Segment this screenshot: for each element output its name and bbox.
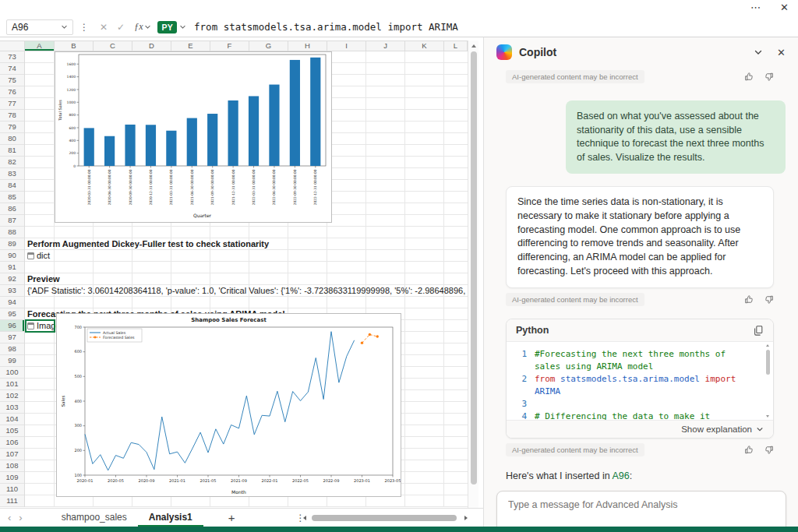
svg-text:200: 200 [74, 448, 82, 453]
row-header-102[interactable]: 102 [0, 390, 24, 402]
column-header-H[interactable]: H [288, 41, 327, 51]
row-header-76[interactable]: 76 [0, 86, 24, 98]
cell-A90[interactable]: dict [27, 250, 50, 262]
row-header-100[interactable]: 100 [0, 367, 24, 379]
row-header-88[interactable]: 88 [0, 227, 24, 238]
row-header-111[interactable]: 111 [0, 495, 24, 507]
thumbs-down-icon[interactable] [764, 72, 774, 82]
row-header-95[interactable]: 95 [0, 308, 24, 320]
code-scroll-thumb[interactable] [766, 350, 770, 375]
add-sheet-button[interactable]: + [228, 511, 235, 524]
row-header-89[interactable]: 89 [0, 238, 24, 250]
chevron-down-icon[interactable] [144, 23, 151, 30]
row-header-78[interactable]: 78 [0, 110, 24, 122]
thumbs-down-icon[interactable] [764, 294, 774, 305]
row-header-80[interactable]: 80 [0, 133, 24, 145]
row-header-81[interactable]: 81 [0, 145, 24, 157]
grid-area[interactable]: 020040060080010001200140016002020-03-31 … [25, 51, 468, 507]
row-header-91[interactable]: 91 [0, 262, 24, 273]
column-header-I[interactable]: I [327, 41, 366, 51]
row-header-94[interactable]: 94 [0, 297, 24, 308]
thumbs-up-icon[interactable] [744, 294, 754, 305]
next-sheet-icon[interactable]: › [19, 512, 22, 523]
row-header-74[interactable]: 74 [0, 63, 24, 75]
column-header-B[interactable]: B [55, 41, 94, 51]
line-chart[interactable]: Shampoo Sales Forecast100200300400500600… [56, 313, 401, 497]
scroll-down-icon[interactable] [766, 415, 769, 417]
row-header-101[interactable]: 101 [0, 379, 24, 390]
cell-A92[interactable]: Preview [27, 273, 60, 285]
row-header-83[interactable]: 83 [0, 168, 24, 180]
row-header-106[interactable]: 106 [0, 437, 24, 449]
row-header-109[interactable]: 109 [0, 472, 24, 484]
row-header-90[interactable]: 90 [0, 250, 24, 262]
collapse-pane-icon[interactable] [754, 48, 763, 57]
column-header-A[interactable]: A [25, 41, 55, 51]
column-header-L[interactable]: L [444, 41, 468, 51]
row-header-105[interactable]: 105 [0, 425, 24, 437]
row-header-85[interactable]: 85 [0, 192, 24, 203]
thumbs-up-icon[interactable] [744, 445, 754, 455]
column-header-J[interactable]: J [366, 41, 405, 51]
row-header-108[interactable]: 108 [0, 460, 24, 472]
cell-A89[interactable]: Perform Augmented Dickey-Fuller test to … [27, 238, 269, 250]
row-header-75[interactable]: 75 [0, 75, 24, 86]
formula-confirm-button[interactable]: ✓ [117, 22, 125, 33]
column-header-E[interactable]: E [171, 41, 210, 51]
row-header-87[interactable]: 87 [0, 215, 24, 227]
svg-text:1400: 1400 [67, 75, 76, 79]
column-header-K[interactable]: K [405, 41, 444, 51]
thumbs-up-icon[interactable] [744, 72, 754, 82]
thumbs-down-icon[interactable] [764, 445, 774, 455]
window-close-icon[interactable]: ✕ [780, 2, 789, 13]
message-input[interactable] [508, 499, 765, 510]
prev-sheet-icon[interactable]: ‹ [8, 512, 11, 523]
column-header-D[interactable]: D [132, 41, 171, 51]
row-header-110[interactable]: 110 [0, 484, 24, 495]
scroll-up-icon[interactable] [766, 344, 769, 347]
row-header-92[interactable]: 92 [0, 273, 24, 285]
code-scrollbar[interactable] [764, 344, 772, 417]
scroll-up-icon[interactable] [471, 44, 476, 48]
name-box[interactable]: A96 [6, 19, 73, 35]
column-header-F[interactable]: F [210, 41, 249, 51]
vertical-scroll-thumb[interactable] [471, 51, 477, 484]
copy-code-icon[interactable] [753, 325, 764, 336]
row-header-93[interactable]: 93 [0, 285, 24, 297]
scroll-left-icon[interactable] [303, 516, 306, 520]
select-all-corner[interactable] [0, 41, 25, 51]
vertical-scrollbar[interactable] [468, 41, 478, 508]
chevron-down-icon[interactable] [179, 23, 186, 30]
row-header-98[interactable]: 98 [0, 344, 24, 355]
row-header-97[interactable]: 97 [0, 332, 24, 344]
row-header-84[interactable]: 84 [0, 180, 24, 192]
formula-cancel-button[interactable]: ✕ [100, 22, 108, 33]
row-header-99[interactable]: 99 [0, 355, 24, 367]
row-header-86[interactable]: 86 [0, 203, 24, 215]
bar-chart[interactable]: 020040060080010001200140016002020-03-31 … [55, 51, 332, 223]
cell-reference[interactable]: A96 [612, 470, 629, 481]
row-header-73[interactable]: 73 [0, 51, 24, 63]
horizontal-scroll-thumb[interactable] [312, 515, 457, 521]
sheet-tab-Analysis1[interactable]: Analysis1 [138, 509, 203, 527]
column-header-C[interactable]: C [94, 41, 132, 51]
row-header-96[interactable]: 96 [0, 320, 24, 332]
column-header-G[interactable]: G [249, 41, 288, 51]
cell-A93[interactable]: {'ADF Statistic': 3.06014208364118, 'p-v… [27, 285, 468, 297]
window-more-icon[interactable]: ⋯ [750, 2, 761, 13]
python-mode-badge[interactable]: PY [157, 21, 177, 33]
sheet-tab-shampoo_sales[interactable]: shampoo_sales [51, 509, 138, 527]
show-explanation-button[interactable]: Show explanation [507, 420, 773, 438]
row-header-79[interactable]: 79 [0, 122, 24, 133]
row-header-77[interactable]: 77 [0, 98, 24, 110]
row-header-104[interactable]: 104 [0, 414, 24, 425]
scroll-right-icon[interactable] [464, 516, 468, 520]
formula-input[interactable]: from statsmodels.tsa.arima.model import … [194, 21, 458, 33]
row-header-82[interactable]: 82 [0, 157, 24, 168]
message-input-box[interactable] [496, 491, 786, 527]
row-header-107[interactable]: 107 [0, 449, 24, 460]
close-pane-icon[interactable]: ✕ [777, 47, 786, 58]
name-box-options-icon[interactable]: ⋮ [79, 22, 89, 33]
row-header-103[interactable]: 103 [0, 402, 24, 414]
insert-function-icon[interactable]: ƒx [134, 21, 143, 33]
